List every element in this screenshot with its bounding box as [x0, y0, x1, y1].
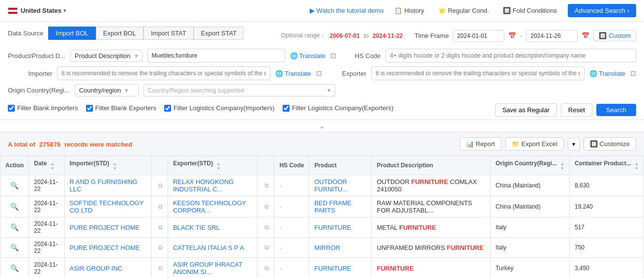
desc-prefix: OUTDOOR — [377, 178, 411, 185]
product-type-dropdown[interactable]: Product Description ▾ — [70, 50, 142, 62]
product-link[interactable]: FURNITURE — [314, 265, 351, 272]
search-row-icon[interactable]: 🔍 — [10, 182, 19, 189]
importer-link[interactable]: SOFTIDE TECHNOLOGY CO LTD — [70, 199, 144, 214]
exporter-copy-icon[interactable]: ⧉ — [264, 265, 269, 272]
importer-copy-icon[interactable]: ⧉ — [158, 265, 163, 272]
importer-input[interactable] — [57, 66, 270, 80]
col-hs-code: HS Code — [274, 156, 309, 175]
expand-export-button[interactable]: ▾ — [568, 138, 580, 151]
product-link[interactable]: MIRROR — [314, 244, 340, 251]
filter-logistics-exporters-checkbox[interactable]: Filter Logistics Company(Exporters) — [283, 104, 394, 112]
custom-button[interactable]: 🔲 Custom — [593, 30, 636, 41]
customize-button[interactable]: 🔲 Customize — [584, 137, 636, 151]
product-translate-button[interactable]: 🌐 Translate — [290, 52, 326, 60]
time-frame-label: Time Frame — [414, 32, 449, 39]
importer-copy-icon[interactable]: ⧉ — [158, 182, 163, 189]
product-link[interactable]: FURNITURE — [314, 224, 351, 231]
exporter-copy-icon[interactable]: ⧉ — [264, 203, 269, 210]
collapse-bar[interactable]: ⌄ — [0, 120, 644, 132]
exporter-link[interactable]: ASIR GROUP IHRACAT ANONIM SI... — [173, 261, 242, 276]
exporter-copy-icon[interactable]: ⧉ — [264, 182, 269, 189]
tab-import-bol[interactable]: Import BOL — [48, 27, 95, 40]
importer-link[interactable]: PURE PROJECT HOME — [70, 244, 140, 251]
importer-copy-cell: ⧉ — [151, 175, 168, 196]
tab-import-stat[interactable]: Import STAT — [144, 27, 194, 40]
product-label: Product/Product D... — [8, 52, 65, 60]
product-value-input[interactable] — [147, 49, 285, 62]
custom-icon: 🔲 — [599, 32, 607, 39]
exporter-label: Exporter — [337, 70, 366, 77]
search-button[interactable]: Search — [596, 104, 636, 116]
exporter-cell: KEESON TECHNOLOGY CORPORA... — [168, 196, 258, 217]
product-link[interactable]: OUTDOOR FURNITU... — [314, 178, 348, 193]
date-cell: 2024-11-22 — [29, 175, 64, 196]
country-region-dropdown[interactable]: Country/region ▾ — [75, 84, 139, 96]
importer-link[interactable]: R AND G FURNISHING LLC — [70, 178, 138, 193]
regular-cond-button[interactable]: ⭐ Regular Cond. — [435, 6, 492, 15]
hs-code-input[interactable] — [385, 49, 636, 62]
exporter-copy-cell: ⧉ — [258, 175, 274, 196]
fold-conditions-button[interactable]: 🔲 Fold Conditions — [500, 6, 560, 15]
filter-rows: Product/Product D... Product Description… — [8, 49, 636, 96]
scan-icon-3[interactable]: ⊡ — [630, 69, 636, 77]
importer-copy-icon[interactable]: ⧉ — [158, 224, 163, 231]
action-cell: 🔍 — [0, 217, 29, 238]
translate-label-2: Translate — [285, 70, 311, 77]
desc-keyword: FURNITURE — [377, 265, 413, 272]
hs-dash: - — [279, 265, 281, 272]
exporter-copy-icon[interactable]: ⧉ — [264, 244, 269, 251]
exporter-copy-icon[interactable]: ⧉ — [264, 224, 269, 231]
tutorial-link[interactable]: ▶ Watch the tutorial demo — [310, 7, 384, 14]
importer-link[interactable]: ASIR GROUP INC — [70, 265, 122, 272]
reset-button[interactable]: Reset — [561, 103, 592, 117]
hs-dash: - — [279, 244, 281, 251]
results-actions: 📊 Report 📁 Export Excel ▾ 🔲 Customize — [460, 137, 636, 151]
time-start-input[interactable] — [453, 30, 504, 42]
search-row-icon[interactable]: 🔍 — [10, 203, 19, 211]
results-suffix: records were matched — [64, 141, 132, 148]
product-type-value: Product Description — [75, 52, 130, 60]
container-cell: 3,450 — [570, 258, 644, 278]
scan-icon-2[interactable]: ⊡ — [316, 69, 322, 77]
exporter-copy-cell: ⧉ — [258, 217, 274, 238]
date-range-end[interactable]: 2024-11-22 — [373, 32, 403, 39]
report-button[interactable]: 📊 Report — [460, 137, 501, 151]
filter-logistics-importers-checkbox[interactable]: Filter Logistics Company(Importers) — [164, 104, 275, 112]
exporter-link[interactable]: RELAX HONGKONG INDUSTRIAL C... — [173, 178, 234, 193]
importer-cell: R AND G FURNISHING LLC — [64, 175, 151, 196]
tab-export-bol[interactable]: Export BOL — [96, 27, 144, 40]
calendar-start-icon[interactable]: 📅 — [508, 32, 516, 39]
save-regular-button[interactable]: Save as Regular — [495, 103, 557, 117]
history-button[interactable]: 📋 History — [391, 6, 427, 15]
exporter-input[interactable] — [371, 66, 585, 80]
search-row-icon[interactable]: 🔍 — [10, 244, 19, 251]
filter-blank-exporters-checkbox[interactable]: Filter Blank Exporters — [86, 104, 156, 112]
importer-copy-icon[interactable]: ⧉ — [158, 203, 163, 210]
importer-link[interactable]: PURE PROJECT HOME — [70, 224, 140, 231]
export-excel-button[interactable]: 📁 Export Excel — [505, 137, 564, 151]
search-row-icon[interactable]: 🔍 — [10, 264, 19, 272]
country-dropdown-icon: ▾ — [125, 87, 128, 94]
importer-translate-button[interactable]: 🌐 Translate — [275, 70, 311, 77]
importer-copy-icon[interactable]: ⧉ — [158, 244, 163, 251]
exporter-link[interactable]: BLACK TIE SRL — [173, 224, 220, 231]
importer-copy-cell: ⧉ — [151, 258, 168, 278]
origin-country-filter-row: Origin Country(Regi... Country/region ▾ … — [8, 84, 636, 96]
tab-export-stat[interactable]: Export STAT — [194, 27, 244, 40]
scan-icon[interactable]: ⊡ — [330, 52, 336, 60]
desc-keyword: FURNITURE — [399, 224, 436, 231]
country-selector[interactable]: United States ▾ — [21, 7, 66, 14]
date-range-start[interactable]: 2006-07-01 — [329, 32, 359, 39]
time-end-input[interactable] — [526, 30, 578, 42]
country-search-dropdown[interactable]: Country/Region searching supported ▾ — [144, 84, 335, 96]
filter-blank-importers-checkbox[interactable]: Filter Blank Importers — [8, 104, 78, 112]
advanced-search-button[interactable]: Advanced Search › — [568, 4, 636, 17]
calendar-end-icon[interactable]: 📅 — [582, 32, 589, 39]
product-link[interactable]: BED FRAME PARTS — [314, 199, 351, 214]
exporter-link[interactable]: CATTELAN ITALIA S P A — [173, 244, 244, 251]
importer-copy-cell: ⧉ — [151, 238, 168, 258]
search-row-icon[interactable]: 🔍 — [10, 223, 19, 231]
top-bar: United States ▾ ▶ Watch the tutorial dem… — [0, 0, 644, 22]
exporter-link[interactable]: KEESON TECHNOLOGY CORPORA... — [173, 199, 246, 214]
exporter-translate-button[interactable]: 🌐 Translate — [589, 70, 625, 77]
